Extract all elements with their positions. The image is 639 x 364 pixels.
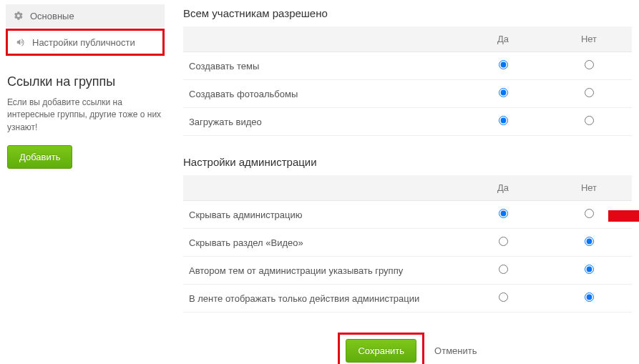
option-label: Скрывать администрацию: [183, 201, 460, 229]
radio-yes[interactable]: [499, 116, 508, 125]
sidebar-item-label: Настройки публичности: [32, 37, 135, 48]
radio-yes[interactable]: [499, 292, 508, 302]
option-no-cell: [546, 257, 632, 285]
option-no-cell: [546, 108, 632, 136]
radio-no[interactable]: [585, 292, 594, 302]
sidebar-item-basic[interactable]: Основные: [6, 4, 165, 27]
radio-yes[interactable]: [499, 237, 508, 246]
radio-no[interactable]: [585, 60, 594, 69]
table-row: В ленте отображать только действия админ…: [183, 285, 632, 313]
option-no-cell: [546, 229, 632, 257]
option-yes-cell: [460, 201, 546, 229]
col-yes-header: Да: [460, 26, 546, 52]
option-label: Загружать видео: [183, 108, 460, 136]
radio-no[interactable]: [585, 265, 594, 274]
table-row: Скрывать администрацию: [183, 201, 632, 229]
option-yes-cell: [460, 108, 546, 136]
megaphone-icon: [15, 36, 26, 48]
option-label: Создавать фотоальбомы: [183, 80, 460, 108]
permissions-table: Да Нет Создавать темыСоздавать фотоальбо…: [183, 26, 632, 136]
sidebar-item-label: Основные: [30, 11, 74, 21]
highlight-box-save: Сохранить: [338, 333, 424, 364]
option-yes-cell: [460, 52, 546, 80]
sidebar-item-publicity[interactable]: Настройки публичности: [8, 31, 162, 54]
option-yes-cell: [460, 257, 546, 285]
col-label-header: [183, 26, 460, 52]
radio-no[interactable]: [585, 237, 594, 246]
table-row: Загружать видео: [183, 108, 632, 136]
radio-yes[interactable]: [499, 60, 508, 69]
table-row: Скрывать раздел «Видео»: [183, 229, 632, 257]
gear-icon: [13, 10, 24, 21]
table-row: Автором тем от администрации указывать г…: [183, 257, 632, 285]
option-no-cell: [546, 201, 632, 229]
radio-no[interactable]: [585, 116, 594, 125]
radio-no[interactable]: [585, 88, 594, 97]
option-yes-cell: [460, 229, 546, 257]
option-no-cell: [546, 80, 632, 108]
add-link-button[interactable]: Добавить: [7, 145, 72, 169]
col-no-header: Нет: [546, 26, 632, 52]
table-row: Создавать фотоальбомы: [183, 80, 632, 108]
col-no-header: Нет: [546, 175, 632, 201]
option-label: Автором тем от администрации указывать г…: [183, 257, 460, 285]
admin-table: Да Нет Скрывать администрациюСкрывать ра…: [183, 175, 632, 313]
save-button[interactable]: Сохранить: [346, 339, 416, 363]
col-label-header: [183, 175, 460, 201]
highlight-box-sidebar: Настройки публичности: [6, 29, 165, 56]
table-row: Создавать темы: [183, 52, 632, 80]
option-yes-cell: [460, 80, 546, 108]
radio-yes[interactable]: [499, 209, 508, 218]
radio-no[interactable]: [585, 209, 594, 218]
option-label: Скрывать раздел «Видео»: [183, 229, 460, 257]
permissions-section-title: Всем участникам разрешено: [183, 7, 632, 19]
admin-section-title: Настройки администрации: [183, 156, 632, 168]
links-description: Если вы добавите ссылки на интересные гр…: [7, 97, 163, 134]
option-yes-cell: [460, 285, 546, 313]
option-no-cell: [546, 52, 632, 80]
links-heading: Ссылки на группы: [7, 74, 163, 89]
option-no-cell: [546, 285, 632, 313]
option-label: Создавать темы: [183, 52, 460, 80]
radio-yes[interactable]: [499, 88, 508, 97]
col-yes-header: Да: [460, 175, 546, 201]
cancel-link[interactable]: Отменить: [434, 345, 477, 356]
radio-yes[interactable]: [499, 265, 508, 274]
option-label: В ленте отображать только действия админ…: [183, 285, 460, 313]
